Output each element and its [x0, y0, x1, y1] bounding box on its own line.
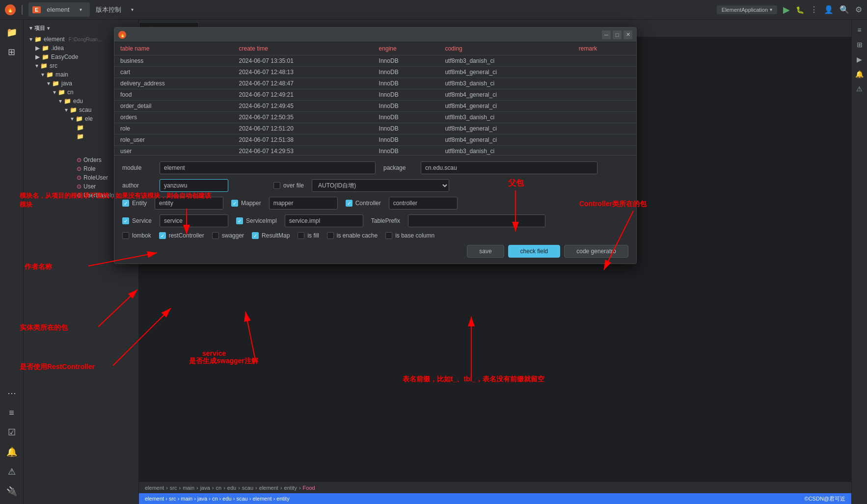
top-menu: E element ▾ 版本控制 ▾: [28, 2, 137, 17]
service-impl-input[interactable]: [285, 214, 363, 227]
table-row[interactable]: role 2024-06-07 12:51:20 InnoDB utf8mb4_…: [114, 123, 636, 134]
is-base-column-label: is base column: [395, 232, 434, 239]
service-impl-checkbox[interactable]: [236, 217, 243, 224]
modal-maximize-button[interactable]: □: [613, 30, 622, 39]
right-icon-3[interactable]: ▶: [853, 53, 866, 66]
lombok-label: lombok: [132, 232, 151, 239]
rest-controller-checkbox[interactable]: [159, 232, 166, 239]
mapper-checkbox[interactable]: [231, 200, 238, 207]
modal-dialog[interactable]: 🔥 ─ □ ✕ table name create time engine co…: [114, 27, 637, 264]
is-enable-cache-checkbox[interactable]: [327, 232, 334, 239]
cell-create-time: 2024-06-07 12:51:38: [233, 134, 373, 146]
cell-remark: [573, 67, 636, 78]
package-input[interactable]: [421, 161, 597, 174]
is-fill-checkbox[interactable]: [298, 232, 304, 239]
debug-button[interactable]: 🐛: [796, 6, 804, 14]
terminal-icon[interactable]: ≡: [3, 404, 21, 422]
folder-icon: 📁: [76, 115, 83, 122]
cell-remark: [573, 89, 636, 101]
cell-create-time: 2024-06-07 12:49:45: [233, 101, 373, 112]
cell-coding: utf8mb3_danish_ci: [439, 112, 572, 123]
app-logo: 🔥: [5, 4, 16, 15]
result-map-checkbox[interactable]: [252, 232, 259, 239]
db-table: table name create time engine coding rem…: [114, 42, 636, 155]
table-row[interactable]: food 2024-06-07 12:49:21 InnoDB utf8mb4_…: [114, 89, 636, 101]
cell-create-time: 2024-06-07 12:49:21: [233, 89, 373, 101]
run-config[interactable]: ElementApplication ▾: [717, 5, 777, 14]
module-package-row: module package: [122, 161, 628, 174]
settings-icon[interactable]: ⚙: [855, 5, 862, 14]
plugins-icon[interactable]: 🔌: [3, 482, 21, 500]
modal-minimize-button[interactable]: ─: [602, 30, 611, 39]
controller-input[interactable]: [389, 197, 458, 210]
service-impl-group: ServiceImpl: [236, 217, 277, 224]
col-table-name: table name: [114, 42, 233, 55]
cell-remark: [573, 78, 636, 89]
table-row[interactable]: business 2024-06-07 13:35:01 InnoDB utf8…: [114, 55, 636, 67]
result-map-label: ResultMap: [262, 232, 290, 239]
folder-icon: 📁: [52, 80, 59, 87]
author-input[interactable]: [160, 179, 228, 192]
col-create-time: create time: [233, 42, 373, 55]
service-checkbox[interactable]: [122, 217, 129, 224]
table-prefix-input[interactable]: [408, 214, 545, 227]
folder-icon: 📁: [42, 45, 49, 52]
lombok-checkbox[interactable]: [122, 232, 129, 239]
cell-engine: InnoDB: [373, 101, 439, 112]
service-row: Service ServiceImpl TablePrefix: [122, 214, 628, 227]
cell-engine: InnoDB: [373, 146, 439, 156]
more-options[interactable]: ⋮: [810, 5, 818, 14]
modules-icon[interactable]: ⊞: [3, 43, 21, 61]
folder-icon[interactable]: 📁: [3, 24, 21, 41]
version-control-menu[interactable]: 版本控制: [92, 3, 125, 16]
over-file-checkbox[interactable]: [273, 182, 280, 189]
entity-checkbox[interactable]: [122, 200, 129, 207]
cell-coding: utf8mb4_general_ci: [439, 67, 572, 78]
col-coding: coding: [439, 42, 572, 55]
cell-table-name: role: [114, 123, 233, 134]
table-row[interactable]: cart 2024-06-07 12:48:13 InnoDB utf8mb4_…: [114, 67, 636, 78]
swagger-group: swagger: [212, 232, 244, 239]
cell-table-name: role_user: [114, 134, 233, 146]
is-base-column-checkbox[interactable]: [385, 232, 392, 239]
table-row[interactable]: order_detail 2024-06-07 12:49:45 InnoDB …: [114, 101, 636, 112]
cell-engine: InnoDB: [373, 112, 439, 123]
project-selector[interactable]: E element ▾: [28, 2, 90, 17]
lombok-group: lombok: [122, 232, 151, 239]
save-button[interactable]: save: [467, 245, 504, 258]
right-icon-4[interactable]: 🔔: [853, 68, 866, 80]
search-icon[interactable]: 🔍: [840, 5, 849, 14]
cell-remark: [573, 123, 636, 134]
event-log-icon[interactable]: 🔔: [3, 443, 21, 461]
cell-create-time: 2024-06-07 12:50:35: [233, 112, 373, 123]
rest-controller-label: restController: [169, 232, 204, 239]
controller-label: Controller: [355, 200, 381, 207]
table-row[interactable]: delivery_address 2024-06-07 12:48:47 Inn…: [114, 78, 636, 89]
swagger-checkbox[interactable]: [212, 232, 219, 239]
table-row[interactable]: user 2024-06-07 14:29:53 InnoDB utf8mb3_…: [114, 146, 636, 156]
todo-icon[interactable]: ☑: [3, 424, 21, 441]
entity-input[interactable]: [155, 197, 223, 210]
is-fill-label: is fill: [307, 232, 319, 239]
right-icon-1[interactable]: ≡: [853, 24, 866, 36]
table-row[interactable]: orders 2024-06-07 12:50:35 InnoDB utf8mb…: [114, 112, 636, 123]
cell-create-time: 2024-06-07 12:48:13: [233, 67, 373, 78]
controller-checkbox[interactable]: [346, 200, 352, 207]
right-icon-2[interactable]: ⊞: [853, 38, 866, 51]
auto-id-select[interactable]: AUTO(ID自增): [312, 179, 449, 192]
right-icon-5[interactable]: ⚠: [853, 82, 866, 95]
code-generator-button[interactable]: code generatro: [564, 245, 628, 258]
run-button[interactable]: ▶: [783, 4, 790, 15]
check-field-button[interactable]: check field: [508, 245, 561, 258]
table-row[interactable]: role_user 2024-06-07 12:51:38 InnoDB utf…: [114, 134, 636, 146]
service-input[interactable]: [160, 214, 228, 227]
cell-coding: utf8mb4_general_ci: [439, 134, 572, 146]
service-label: Service: [132, 217, 152, 224]
mapper-input[interactable]: [269, 197, 338, 210]
git-icon[interactable]: ⋯: [3, 384, 21, 402]
notifications-icon[interactable]: ⚠: [3, 463, 21, 480]
modal-close-button[interactable]: ✕: [623, 30, 632, 39]
db-table-container[interactable]: table name create time engine coding rem…: [114, 42, 636, 155]
module-input[interactable]: [160, 161, 376, 174]
account-icon[interactable]: 👤: [824, 5, 834, 14]
